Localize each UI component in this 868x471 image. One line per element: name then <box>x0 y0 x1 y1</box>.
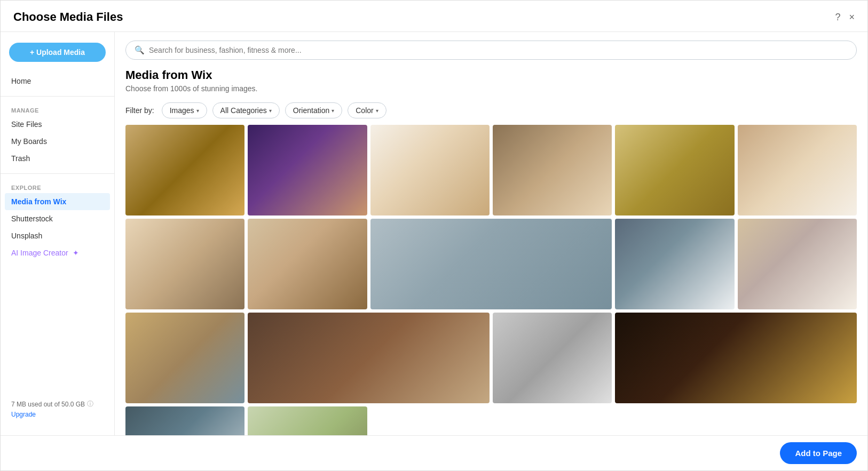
sidebar: + Upload Media Home MANAGE Site Files My… <box>1 32 115 435</box>
info-icon: ⓘ <box>87 400 93 409</box>
image-tile[interactable] <box>248 406 367 435</box>
chevron-down-icon: ▾ <box>196 108 199 114</box>
image-tile[interactable] <box>493 125 612 215</box>
image-tile[interactable] <box>370 125 490 215</box>
sidebar-item-my-boards[interactable]: My Boards <box>1 133 114 150</box>
sidebar-item-media-from-wix[interactable]: Media from Wix <box>5 193 110 210</box>
image-tile[interactable] <box>248 125 367 215</box>
upload-media-button[interactable]: + Upload Media <box>9 43 106 62</box>
sidebar-item-ai-image-creator[interactable]: AI Image Creator ✦ <box>1 244 114 261</box>
ai-sparkle-icon: ✦ <box>73 249 79 257</box>
dialog-title: Choose Media Files <box>13 10 123 24</box>
main-content: 🔍 Media from Wix Choose from 1000s of st… <box>115 32 867 435</box>
bottom-bar: Add to Page <box>1 435 867 470</box>
header-icons: ? × <box>835 12 855 23</box>
filter-orientation-button[interactable]: Orientation ▾ <box>285 102 342 118</box>
image-tile[interactable] <box>615 313 857 403</box>
filters-bar: Filter by: Images ▾ All Categories ▾ Ori… <box>115 98 867 125</box>
image-tile[interactable] <box>125 125 244 215</box>
image-tile[interactable] <box>125 313 244 403</box>
chevron-down-icon: ▾ <box>332 108 334 114</box>
filter-images-button[interactable]: Images ▾ <box>162 102 207 118</box>
filter-color-button[interactable]: Color ▾ <box>348 102 386 118</box>
search-input[interactable] <box>149 46 848 54</box>
filter-categories-button[interactable]: All Categories ▾ <box>212 102 280 118</box>
image-tile[interactable] <box>493 313 612 403</box>
content-header: Media from Wix Choose from 1000s of stun… <box>115 66 867 98</box>
content-title: Media from Wix <box>125 68 857 82</box>
image-tile[interactable] <box>370 219 612 309</box>
image-tile[interactable] <box>125 406 244 435</box>
sidebar-section-explore: EXPLORE <box>1 180 114 193</box>
image-tile[interactable] <box>615 219 734 309</box>
filter-by-label: Filter by: <box>125 106 154 115</box>
sidebar-item-unsplash[interactable]: Unsplash <box>1 227 114 244</box>
dialog-header: Choose Media Files ? × <box>1 1 867 32</box>
search-bar: 🔍 <box>125 41 857 60</box>
image-tile[interactable] <box>738 125 857 215</box>
sidebar-footer: 7 MB used out of 50.0 GB ⓘ Upgrade <box>1 393 114 425</box>
image-grid <box>115 125 867 435</box>
sidebar-section-manage: MANAGE <box>1 103 114 116</box>
image-tile[interactable] <box>248 313 490 403</box>
help-button[interactable]: ? <box>835 12 840 23</box>
sidebar-item-shutterstock[interactable]: Shutterstock <box>1 210 114 227</box>
close-button[interactable]: × <box>849 12 855 23</box>
content-subtitle: Choose from 1000s of stunning images. <box>125 84 857 93</box>
sidebar-item-home[interactable]: Home <box>1 73 114 90</box>
search-icon: 🔍 <box>135 45 145 55</box>
storage-info: 7 MB used out of 50.0 GB ⓘ <box>11 400 104 409</box>
upgrade-link[interactable]: Upgrade <box>11 411 104 418</box>
image-tile[interactable] <box>615 125 734 215</box>
add-to-page-button[interactable]: Add to Page <box>780 442 857 464</box>
sidebar-item-trash[interactable]: Trash <box>1 150 114 167</box>
image-tile[interactable] <box>125 219 244 309</box>
search-bar-wrap: 🔍 <box>115 32 867 66</box>
image-tile[interactable] <box>248 219 367 309</box>
image-tile[interactable] <box>738 219 857 309</box>
chevron-down-icon: ▾ <box>269 108 272 114</box>
chevron-down-icon: ▾ <box>376 108 378 114</box>
sidebar-item-site-files[interactable]: Site Files <box>1 116 114 133</box>
